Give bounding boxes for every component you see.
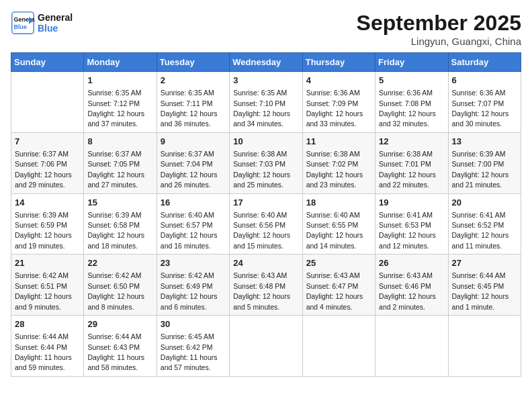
day-header-wednesday: Wednesday [230, 53, 302, 72]
day-header-friday: Friday [375, 53, 448, 72]
calendar-cell: 14Sunrise: 6:39 AM Sunset: 6:59 PM Dayli… [11, 193, 84, 255]
date-number: 25 [306, 257, 371, 269]
logo-text-general: General [38, 12, 73, 23]
calendar-cell: 29Sunrise: 6:44 AM Sunset: 6:43 PM Dayli… [84, 316, 157, 377]
calendar-cell [302, 316, 375, 377]
calendar-week-5: 28Sunrise: 6:44 AM Sunset: 6:44 PM Dayli… [11, 316, 521, 377]
logo: General Blue General Blue [11, 11, 73, 35]
cell-info: Sunrise: 6:42 AM Sunset: 6:51 PM Dayligh… [15, 271, 72, 310]
cell-info: Sunrise: 6:40 AM Sunset: 6:55 PM Dayligh… [306, 211, 363, 250]
date-number: 3 [233, 75, 298, 87]
calendar-cell: 26Sunrise: 6:43 AM Sunset: 6:46 PM Dayli… [375, 255, 448, 316]
calendar-cell: 17Sunrise: 6:40 AM Sunset: 6:56 PM Dayli… [230, 193, 302, 255]
title-block: September 2025 Lingyun, Guangxi, China [357, 11, 521, 47]
cell-info: Sunrise: 6:44 AM Sunset: 6:44 PM Dayligh… [15, 332, 72, 371]
calendar-cell: 15Sunrise: 6:39 AM Sunset: 6:58 PM Dayli… [84, 193, 157, 255]
date-number: 4 [306, 75, 371, 87]
cell-info: Sunrise: 6:44 AM Sunset: 6:45 PM Dayligh… [452, 271, 509, 310]
calendar-cell [448, 316, 521, 377]
day-header-saturday: Saturday [448, 53, 521, 72]
date-number: 28 [15, 318, 80, 330]
cell-info: Sunrise: 6:43 AM Sunset: 6:46 PM Dayligh… [379, 271, 436, 310]
date-number: 9 [161, 136, 226, 148]
date-number: 2 [161, 75, 226, 87]
calendar-cell [11, 72, 84, 133]
location: Lingyun, Guangxi, China [357, 36, 521, 47]
calendar-cell: 6Sunrise: 6:36 AM Sunset: 7:07 PM Daylig… [448, 72, 521, 133]
day-header-tuesday: Tuesday [157, 53, 229, 72]
date-number: 24 [233, 257, 298, 269]
calendar-cell [230, 316, 302, 377]
calendar-cell: 19Sunrise: 6:41 AM Sunset: 6:53 PM Dayli… [375, 193, 448, 255]
cell-info: Sunrise: 6:37 AM Sunset: 7:05 PM Dayligh… [87, 150, 144, 189]
date-number: 1 [87, 75, 152, 87]
calendar-cell: 4Sunrise: 6:36 AM Sunset: 7:09 PM Daylig… [302, 72, 375, 133]
date-number: 26 [379, 257, 444, 269]
date-number: 8 [87, 136, 152, 148]
calendar-cell: 20Sunrise: 6:41 AM Sunset: 6:52 PM Dayli… [448, 193, 521, 255]
day-header-thursday: Thursday [302, 53, 375, 72]
month-title: September 2025 [357, 11, 521, 36]
calendar-cell: 16Sunrise: 6:40 AM Sunset: 6:57 PM Dayli… [157, 193, 229, 255]
cell-info: Sunrise: 6:36 AM Sunset: 7:07 PM Dayligh… [452, 89, 509, 128]
cell-info: Sunrise: 6:38 AM Sunset: 7:01 PM Dayligh… [379, 150, 436, 189]
date-number: 19 [379, 197, 444, 209]
calendar-cell: 9Sunrise: 6:37 AM Sunset: 7:04 PM Daylig… [157, 132, 229, 193]
cell-info: Sunrise: 6:35 AM Sunset: 7:11 PM Dayligh… [161, 89, 218, 128]
page-header: General Blue General Blue September 2025… [11, 11, 521, 47]
calendar-week-2: 7Sunrise: 6:37 AM Sunset: 7:06 PM Daylig… [11, 132, 521, 193]
calendar-cell: 25Sunrise: 6:43 AM Sunset: 6:47 PM Dayli… [302, 255, 375, 316]
cell-info: Sunrise: 6:38 AM Sunset: 7:03 PM Dayligh… [233, 150, 290, 189]
cell-info: Sunrise: 6:36 AM Sunset: 7:08 PM Dayligh… [379, 89, 436, 128]
logo-icon: General Blue [11, 11, 35, 35]
svg-text:Blue: Blue [14, 24, 28, 30]
cell-info: Sunrise: 6:42 AM Sunset: 6:49 PM Dayligh… [161, 271, 218, 310]
calendar-cell: 23Sunrise: 6:42 AM Sunset: 6:49 PM Dayli… [157, 255, 229, 316]
date-number: 14 [15, 197, 80, 209]
calendar-table: SundayMondayTuesdayWednesdayThursdayFrid… [11, 52, 521, 377]
date-number: 20 [452, 197, 517, 209]
date-number: 21 [15, 257, 80, 269]
calendar-week-3: 14Sunrise: 6:39 AM Sunset: 6:59 PM Dayli… [11, 193, 521, 255]
calendar-week-4: 21Sunrise: 6:42 AM Sunset: 6:51 PM Dayli… [11, 255, 521, 316]
date-number: 10 [233, 136, 298, 148]
cell-info: Sunrise: 6:35 AM Sunset: 7:12 PM Dayligh… [87, 89, 144, 128]
calendar-cell: 1Sunrise: 6:35 AM Sunset: 7:12 PM Daylig… [84, 72, 157, 133]
date-number: 30 [161, 318, 226, 330]
cell-info: Sunrise: 6:39 AM Sunset: 7:00 PM Dayligh… [452, 150, 509, 189]
calendar-cell: 13Sunrise: 6:39 AM Sunset: 7:00 PM Dayli… [448, 132, 521, 193]
calendar-cell: 11Sunrise: 6:38 AM Sunset: 7:02 PM Dayli… [302, 132, 375, 193]
calendar-cell: 30Sunrise: 6:45 AM Sunset: 6:42 PM Dayli… [157, 316, 229, 377]
cell-info: Sunrise: 6:36 AM Sunset: 7:09 PM Dayligh… [306, 89, 363, 128]
calendar-week-1: 1Sunrise: 6:35 AM Sunset: 7:12 PM Daylig… [11, 72, 521, 133]
logo-text-blue: Blue [38, 23, 73, 34]
date-number: 22 [87, 257, 152, 269]
date-number: 5 [379, 75, 444, 87]
cell-info: Sunrise: 6:41 AM Sunset: 6:53 PM Dayligh… [379, 211, 436, 250]
cell-info: Sunrise: 6:44 AM Sunset: 6:43 PM Dayligh… [87, 332, 144, 371]
cell-info: Sunrise: 6:37 AM Sunset: 7:04 PM Dayligh… [161, 150, 218, 189]
date-number: 12 [379, 136, 444, 148]
calendar-cell: 5Sunrise: 6:36 AM Sunset: 7:08 PM Daylig… [375, 72, 448, 133]
cell-info: Sunrise: 6:39 AM Sunset: 6:59 PM Dayligh… [15, 211, 72, 250]
calendar-cell: 10Sunrise: 6:38 AM Sunset: 7:03 PM Dayli… [230, 132, 302, 193]
calendar-cell: 27Sunrise: 6:44 AM Sunset: 6:45 PM Dayli… [448, 255, 521, 316]
calendar-cell [375, 316, 448, 377]
cell-info: Sunrise: 6:38 AM Sunset: 7:02 PM Dayligh… [306, 150, 363, 189]
calendar-cell: 7Sunrise: 6:37 AM Sunset: 7:06 PM Daylig… [11, 132, 84, 193]
calendar-cell: 2Sunrise: 6:35 AM Sunset: 7:11 PM Daylig… [157, 72, 229, 133]
calendar-cell: 3Sunrise: 6:35 AM Sunset: 7:10 PM Daylig… [230, 72, 302, 133]
calendar-cell: 22Sunrise: 6:42 AM Sunset: 6:50 PM Dayli… [84, 255, 157, 316]
calendar-cell: 8Sunrise: 6:37 AM Sunset: 7:05 PM Daylig… [84, 132, 157, 193]
cell-info: Sunrise: 6:37 AM Sunset: 7:06 PM Dayligh… [15, 150, 72, 189]
date-number: 11 [306, 136, 371, 148]
date-number: 23 [161, 257, 226, 269]
cell-info: Sunrise: 6:40 AM Sunset: 6:57 PM Dayligh… [161, 211, 218, 250]
cell-info: Sunrise: 6:45 AM Sunset: 6:42 PM Dayligh… [161, 332, 218, 371]
calendar-cell: 12Sunrise: 6:38 AM Sunset: 7:01 PM Dayli… [375, 132, 448, 193]
date-number: 17 [233, 197, 298, 209]
calendar-header-row: SundayMondayTuesdayWednesdayThursdayFrid… [11, 53, 521, 72]
calendar-cell: 24Sunrise: 6:43 AM Sunset: 6:48 PM Dayli… [230, 255, 302, 316]
date-number: 13 [452, 136, 517, 148]
date-number: 29 [87, 318, 152, 330]
